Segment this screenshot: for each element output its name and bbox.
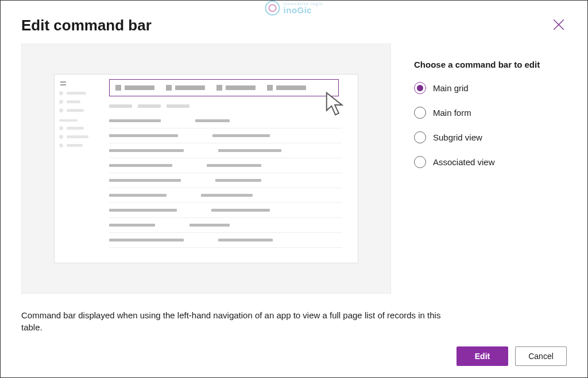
- watermark-logo: innovative logic inoGic: [265, 1, 323, 15]
- radio-main-form[interactable]: Main form: [414, 107, 540, 119]
- option-description: Command bar displayed when using the lef…: [21, 309, 446, 334]
- dialog-content: Choose a command bar to edit Main grid M…: [21, 44, 567, 301]
- close-button[interactable]: [551, 17, 567, 34]
- highlighted-command-bar: [109, 79, 339, 96]
- close-icon: [553, 19, 564, 30]
- radio-label: Main grid: [433, 83, 469, 93]
- radio-icon: [414, 131, 426, 143]
- radio-associated-view[interactable]: Associated view: [414, 156, 540, 168]
- dialog-title: Edit command bar: [21, 17, 152, 34]
- preview-pane: [21, 44, 391, 294]
- watermark-brand: inoGic: [284, 6, 323, 14]
- radio-label: Subgrid view: [433, 133, 482, 142]
- options-panel: Choose a command bar to edit Main grid M…: [414, 44, 540, 301]
- edit-command-bar-dialog: innovative logic inoGic Edit command bar: [1, 1, 587, 377]
- radio-icon: [414, 107, 426, 119]
- radio-label: Main form: [433, 108, 471, 118]
- command-bar-illustration: [54, 74, 358, 263]
- watermark-tagline: innovative logic: [284, 2, 323, 6]
- options-title: Choose a command bar to edit: [414, 60, 540, 69]
- dialog-footer: Edit Cancel: [21, 346, 567, 366]
- radio-subgrid-view[interactable]: Subgrid view: [414, 131, 540, 143]
- cancel-button[interactable]: Cancel: [515, 346, 567, 366]
- edit-button[interactable]: Edit: [457, 346, 508, 366]
- radio-main-grid[interactable]: Main grid: [414, 82, 540, 94]
- radio-icon: [414, 156, 426, 168]
- radio-icon: [414, 82, 426, 94]
- dialog-header: Edit command bar: [21, 17, 567, 34]
- radio-label: Associated view: [433, 157, 495, 167]
